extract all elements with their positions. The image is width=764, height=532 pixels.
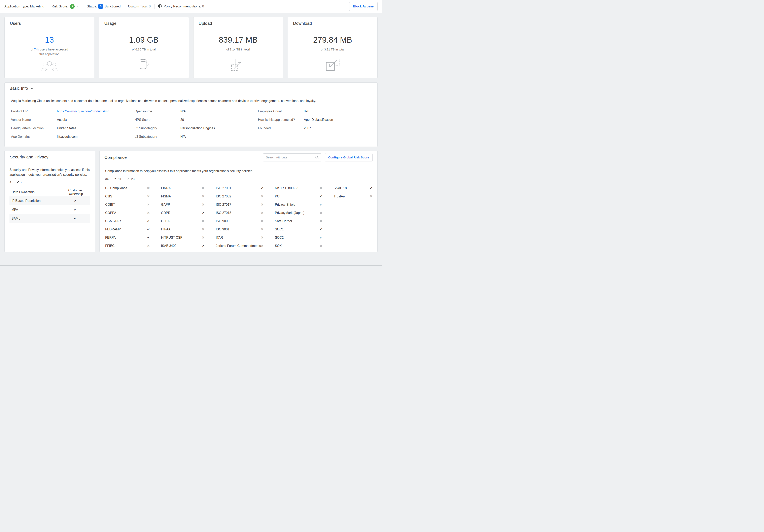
- basic-info-collapse-button[interactable]: [30, 87, 34, 90]
- status-icon: [147, 203, 150, 206]
- attribute-name: TrustArc: [334, 195, 346, 198]
- attribute-name: ITAR: [216, 236, 223, 239]
- field-value: N/A: [180, 135, 186, 139]
- status-icon: [320, 211, 322, 214]
- attribute-name: Safe Harbor: [275, 219, 292, 223]
- security-privacy-card: Security and Privacy Security and Privac…: [4, 151, 96, 252]
- basic-info-field: L2 Subcategory Personalization Engines: [134, 124, 253, 132]
- basic-info-field: Founded 2007: [258, 124, 371, 132]
- security-privacy-title: Security and Privacy: [10, 155, 48, 160]
- users-subtitle-line2: this application: [39, 52, 59, 56]
- basic-info-body: Acquia Marketing Cloud unifies content a…: [5, 94, 377, 147]
- compliance-title: Compliance: [104, 155, 127, 160]
- field-label: App Domains: [11, 135, 57, 139]
- attribute-name: PCI: [275, 195, 281, 198]
- upload-card: Upload 839.17 MB of 3.14 TB in total: [193, 17, 283, 78]
- users-count: 13: [5, 35, 94, 45]
- field-label: Founded: [258, 126, 304, 130]
- attribute-name: MFA: [9, 208, 60, 211]
- compliance-attribute: GDPR: [161, 209, 211, 217]
- security-table-row: MFA: [9, 205, 90, 214]
- field-value[interactable]: https://www.acquia.com/products/ma...: [57, 110, 112, 113]
- compliance-attribute: Jericho Forum Commandments: [216, 242, 270, 250]
- compliance-attribute: PCI: [275, 193, 328, 200]
- basic-info-title: Basic Info: [9, 86, 28, 91]
- attribute-name: ISO 27018: [216, 211, 231, 215]
- attribute-name: FEDRAMP: [105, 228, 121, 231]
- usage-card-body: 1.09 GB of 6.36 TB in total: [99, 29, 188, 71]
- policy-recommendations-count: 0: [202, 5, 204, 8]
- basic-info-column: Product URL https://www.acquia.com/produ…: [11, 107, 130, 141]
- risk-score-dropdown-button[interactable]: [76, 5, 80, 8]
- attribute-name: SOC1: [275, 228, 284, 231]
- usage-card-header: Usage: [99, 17, 188, 29]
- check-icon: [114, 177, 117, 180]
- status-icon: [370, 195, 373, 198]
- compliance-attribute: COPPA: [105, 209, 156, 217]
- field-value: United States: [57, 126, 76, 130]
- basic-info-field: NPS Score 20: [134, 116, 253, 124]
- status-icon: [74, 208, 77, 211]
- upload-card-body: 839.17 MB of 3.14 TB in total: [194, 29, 283, 72]
- field-value: N/A: [180, 110, 186, 113]
- basic-info-field: App Domains lift.acquia.com: [11, 132, 130, 141]
- field-value: 20: [180, 118, 184, 122]
- upload-card-title: Upload: [199, 21, 212, 26]
- configure-global-risk-score-button[interactable]: Configure Global Risk Score: [325, 153, 373, 162]
- attribute-name: Jericho Forum Commandments: [216, 244, 261, 248]
- attribute-name: ISO 9000: [216, 219, 230, 223]
- status-icon: [202, 228, 205, 231]
- attribute-name: FFIEC: [105, 244, 114, 248]
- field-label: Opensource: [134, 110, 180, 113]
- compliance-attribute: ITAR: [216, 234, 270, 242]
- compliance-column: NIST SP 800-53 PCI Privacy Shield: [275, 184, 328, 250]
- download-value: 279.84 MB: [288, 35, 377, 45]
- basic-info-field: Headquarters Location United States: [11, 124, 130, 132]
- download-card-header: Download: [288, 17, 377, 29]
- compliance-attribute: CSA STAR: [105, 217, 156, 225]
- status-icon: [370, 187, 373, 190]
- download-card: Download 279.84 MB of 3.21 TB in total: [287, 17, 378, 78]
- attribute-name: SOX: [275, 244, 282, 248]
- field-value: App-ID classification: [304, 118, 333, 122]
- compliance-description: Compliance information to help you asses…: [105, 169, 373, 173]
- compliance-attribute: ISO 27002: [216, 193, 270, 200]
- status-badge: S: [98, 4, 103, 9]
- compliance-attribute: FINRA: [161, 184, 211, 193]
- security-privacy-description: Security and Privacy information helps y…: [9, 168, 90, 177]
- compliance-attribute: GLBA: [161, 217, 211, 225]
- compliance-attribute: C5 Compliance: [105, 184, 156, 193]
- field-value: lift.acquia.com: [57, 135, 78, 139]
- users-total-link[interactable]: 74k: [34, 48, 39, 51]
- compliance-attribute: Privacy Shield: [275, 200, 328, 209]
- download-card-title: Download: [293, 21, 312, 26]
- chevron-down-icon: [76, 6, 79, 7]
- status-icon: [147, 219, 150, 223]
- field-label: L2 Subcategory: [134, 126, 180, 130]
- attribute-name: C5 Compliance: [105, 187, 127, 190]
- attribute-status-cell: [60, 208, 90, 211]
- basic-info-header[interactable]: Basic Info: [5, 83, 377, 94]
- usage-subtitle: of 6.36 TB in total: [99, 47, 188, 52]
- field-label: NPS Score: [134, 118, 180, 122]
- compliance-attribute: HIPAA: [161, 225, 211, 234]
- compliance-column: C5 Compliance CJIS COBIT: [105, 184, 156, 250]
- usage-card: Usage 1.09 GB of 6.36 TB in total: [99, 17, 189, 78]
- attribute-status-cell: [60, 217, 90, 220]
- basic-info-card: Basic Info Acquia Marketing Cloud unifie…: [4, 82, 378, 147]
- status-icon: [320, 187, 322, 190]
- basic-info-column: Opensource N/A NPS Score 20 L2 Subcatego…: [134, 107, 253, 141]
- compliance-attribute: SOX: [275, 242, 328, 250]
- field-label: Employee Count: [258, 110, 304, 113]
- status-icon: [261, 219, 264, 223]
- security-privacy-header: Security and Privacy: [5, 151, 95, 163]
- compliance-failed: 23: [127, 177, 134, 181]
- search-attribute-input[interactable]: [263, 153, 321, 162]
- users-subtitle-post: users have accessed: [40, 48, 68, 51]
- block-access-button[interactable]: Block Access: [349, 2, 378, 11]
- divider: [124, 4, 124, 9]
- attribute-name: GAPP: [161, 203, 170, 206]
- security-total-count: 4: [9, 181, 11, 184]
- field-value: 2007: [304, 126, 311, 130]
- compliance-column: SSAE 18 TrustArc: [334, 184, 373, 250]
